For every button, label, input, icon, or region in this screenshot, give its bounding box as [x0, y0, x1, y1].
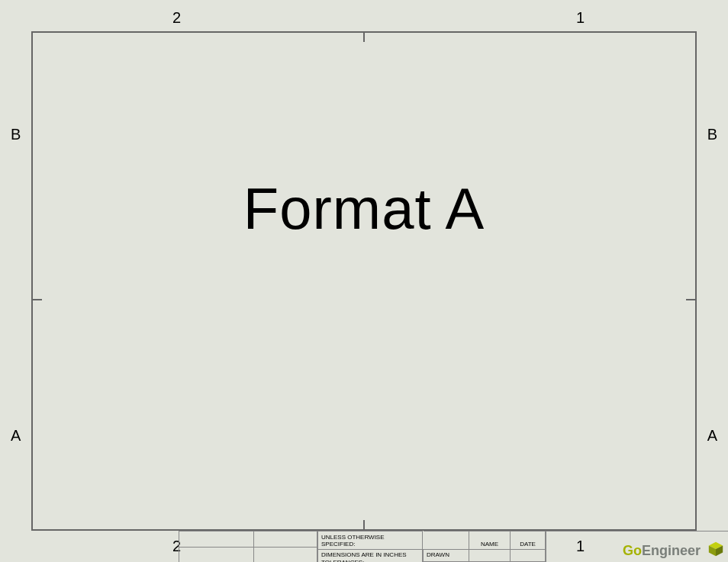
name-header: NAME: [469, 531, 511, 550]
zone-tick: [686, 299, 697, 300]
format-name: Format A: [0, 175, 728, 242]
zone-row-b-left: B: [11, 126, 21, 143]
dims-label: DIMENSIONS ARE IN INCHES: [321, 551, 407, 558]
zone-row-a-left: A: [11, 427, 21, 445]
zone-tick: [363, 31, 365, 42]
signature-block: NAME DATE DRAWN CHECKED ENG APPR. MFG AP…: [423, 531, 546, 562]
goengineer-logo: GoEngineer: [623, 541, 724, 559]
revision-block: NEXT ASSY USED ON APPLICATION: [179, 531, 317, 562]
logo-go: Go: [623, 543, 642, 558]
title-block: PROPRIETARY AND CONFIDENTIAL THE INFORMA…: [67, 530, 697, 531]
zone-col-1-top: 1: [576, 9, 585, 27]
zone-tick: [363, 520, 365, 531]
tolerance-block: UNLESS OTHERWISE SPECIFIED: DIMENSIONS A…: [317, 531, 423, 562]
logo-engineer: Engineer: [642, 543, 701, 558]
tolerances-label: TOLERANCES:: [321, 559, 364, 562]
zone-row-b-right: B: [707, 126, 717, 143]
zone-row-a-right: A: [707, 427, 717, 445]
date-header: DATE: [511, 531, 546, 550]
drawing-frame: [31, 31, 697, 531]
drawn-label: DRAWN: [424, 550, 469, 562]
zone-tick: [31, 299, 42, 300]
title-section: GoEngineer TITLE: SIZE DWG. NO. REV A Dr…: [546, 531, 728, 562]
logo-row: GoEngineer: [546, 531, 728, 562]
unless-otherwise-label: UNLESS OTHERWISE SPECIFIED:: [318, 531, 423, 550]
cube-icon: [707, 541, 724, 557]
zone-col-2-top: 2: [172, 9, 181, 27]
